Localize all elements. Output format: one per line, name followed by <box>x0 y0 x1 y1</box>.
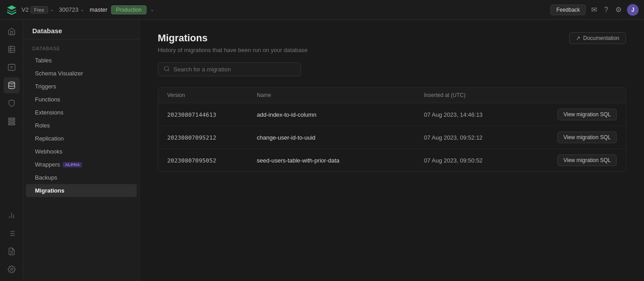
svg-rect-8 <box>9 118 15 119</box>
auth-icon[interactable] <box>4 95 20 111</box>
row-1-version: 20230807095212 <box>167 134 257 141</box>
table-icon[interactable] <box>4 41 20 57</box>
advisor-icon[interactable] <box>4 243 20 259</box>
free-badge: Free <box>30 6 48 13</box>
settings-icon-button[interactable]: ⚙ <box>614 4 623 16</box>
branch-chevron-icon: ⌄ <box>80 7 84 13</box>
logs-icon[interactable] <box>4 225 20 241</box>
row-0-actions: View migration SQL <box>536 109 617 120</box>
sidebar-item-replication[interactable]: Replication <box>26 132 137 145</box>
user-avatar[interactable]: J <box>627 4 639 16</box>
reports-icon[interactable] <box>4 207 20 224</box>
database-icon[interactable] <box>4 77 20 93</box>
row-2-timestamp: 07 Aug 2023, 09:50:52 <box>424 157 536 164</box>
sidebar: Database Database Tables Schema Visualiz… <box>23 20 140 281</box>
sidebar-item-schema-visualizer[interactable]: Schema Visualizer <box>26 67 137 80</box>
storage-icon[interactable] <box>4 113 20 129</box>
branch-name: master <box>90 6 108 13</box>
sidebar-label-webhooks: Webhooks <box>35 148 62 155</box>
row-2-name: seed-users-table-with-prior-data <box>257 157 424 164</box>
search-icon <box>164 66 170 73</box>
svg-rect-10 <box>9 123 15 125</box>
search-bar <box>158 62 301 76</box>
view-sql-button-1[interactable]: View migration SQL <box>558 132 617 143</box>
sidebar-label-tables: Tables <box>35 57 52 64</box>
sidebar-item-extensions[interactable]: Extensions <box>26 106 137 119</box>
icon-rail <box>0 20 23 281</box>
svg-rect-9 <box>9 121 15 122</box>
project-settings-icon[interactable] <box>4 261 20 277</box>
sidebar-item-triggers[interactable]: Triggers <box>26 80 137 93</box>
version-label: V2 <box>22 6 29 13</box>
page-title: Migrations <box>158 32 207 44</box>
sidebar-label-triggers: Triggers <box>35 83 56 90</box>
row-0-name: add-index-to-id-column <box>257 111 424 118</box>
table-row: 20230807095052 seed-users-table-with-pri… <box>158 149 626 171</box>
topbar: V2 Free ⌄ 300723 ⌄ master Production ⌄ F… <box>0 0 644 20</box>
sidebar-label-schema-visualizer: Schema Visualizer <box>35 70 83 77</box>
home-icon[interactable] <box>4 23 20 40</box>
header-actions <box>536 92 617 98</box>
sql-icon[interactable] <box>4 59 20 75</box>
row-1-actions: View migration SQL <box>536 132 617 143</box>
environment-badge[interactable]: Production <box>111 5 147 14</box>
content-header: Migrations ↗ Documentation <box>158 32 626 44</box>
svg-rect-0 <box>9 46 15 53</box>
sidebar-item-roles[interactable]: Roles <box>26 119 137 132</box>
row-2-version: 20230807095052 <box>167 157 257 164</box>
branch-number: 300723 <box>59 6 78 13</box>
feedback-button[interactable]: Feedback <box>550 4 586 15</box>
content-area: Migrations ↗ Documentation History of mi… <box>140 20 644 281</box>
sidebar-header: Database <box>23 20 139 40</box>
svg-point-23 <box>164 66 169 70</box>
sidebar-label-functions: Functions <box>35 96 60 103</box>
sidebar-label-migrations: Migrations <box>35 187 65 194</box>
table-header: Version Name Inserted at (UTC) <box>158 88 626 103</box>
app-logo <box>5 4 18 16</box>
sidebar-label-backups: Backups <box>35 174 57 181</box>
sidebar-item-functions[interactable]: Functions <box>26 93 137 106</box>
row-0-timestamp: 07 Aug 2023, 14:46:13 <box>424 111 536 118</box>
env-chevron-icon: ⌄ <box>150 7 154 13</box>
alpha-badge: ALPHA <box>63 162 82 167</box>
svg-point-7 <box>9 82 15 84</box>
documentation-button[interactable]: ↗ Documentation <box>569 32 626 44</box>
topbar-right: Feedback ✉ ? ⚙ J <box>550 4 639 16</box>
sidebar-label-extensions: Extensions <box>35 109 64 116</box>
row-1-timestamp: 07 Aug 2023, 09:52:12 <box>424 134 536 141</box>
search-input[interactable] <box>173 66 295 73</box>
svg-line-24 <box>168 70 169 71</box>
main-layout: Database Database Tables Schema Visualiz… <box>0 20 644 281</box>
migrations-table: Version Name Inserted at (UTC) 202308071… <box>158 87 626 172</box>
documentation-label: Documentation <box>583 35 619 41</box>
sidebar-label-replication: Replication <box>35 135 64 142</box>
sidebar-label-wrappers: Wrappers <box>35 161 60 168</box>
external-link-icon: ↗ <box>576 35 580 41</box>
row-0-version: 20230807144613 <box>167 111 257 118</box>
help-icon-button[interactable]: ? <box>602 4 610 16</box>
sidebar-item-migrations[interactable]: Migrations <box>26 184 137 197</box>
sidebar-item-webhooks[interactable]: Webhooks <box>26 145 137 158</box>
table-row: 20230807144613 add-index-to-id-column 07… <box>158 103 626 126</box>
table-row: 20230807095212 change-user-id-to-uuid 07… <box>158 126 626 149</box>
mail-icon-button[interactable]: ✉ <box>589 4 599 16</box>
sidebar-item-wrappers[interactable]: Wrappers ALPHA <box>26 158 137 171</box>
view-sql-button-2[interactable]: View migration SQL <box>558 154 617 166</box>
page-subtitle: History of migrations that have been run… <box>158 47 626 53</box>
sidebar-item-backups[interactable]: Backups <box>26 171 137 184</box>
header-version: Version <box>167 92 257 98</box>
header-inserted-at: Inserted at (UTC) <box>424 92 536 98</box>
row-2-actions: View migration SQL <box>536 154 617 166</box>
svg-rect-4 <box>8 64 15 70</box>
row-1-name: change-user-id-to-uuid <box>257 134 424 141</box>
sidebar-item-tables[interactable]: Tables <box>26 54 137 67</box>
sidebar-label-roles: Roles <box>35 122 50 129</box>
sidebar-section-label: Database <box>23 40 139 54</box>
svg-point-22 <box>10 268 13 271</box>
version-chevron-icon: ⌄ <box>50 7 54 13</box>
view-sql-button-0[interactable]: View migration SQL <box>558 109 617 120</box>
header-name: Name <box>257 92 424 98</box>
